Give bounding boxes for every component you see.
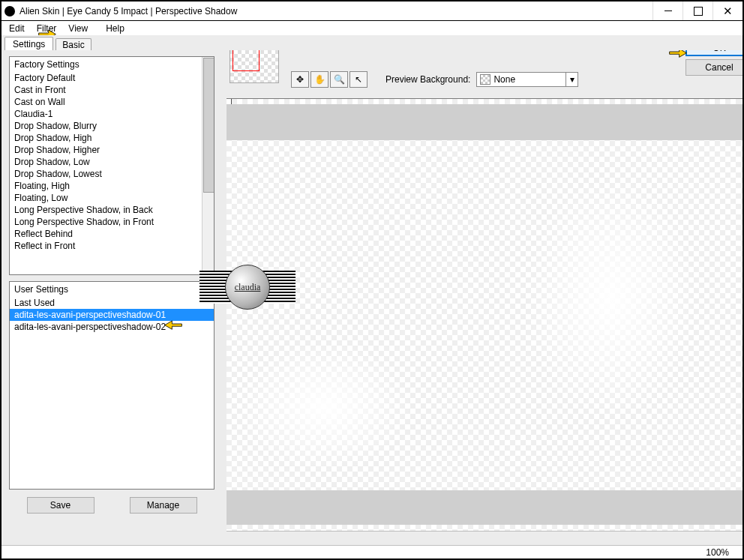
list-item[interactable]: Drop Shadow, Blurry — [10, 120, 214, 132]
preview-bg-value: None — [494, 74, 515, 85]
user-settings-header: User Settings — [10, 282, 214, 297]
right-panel: ✥ ✋ 🔍 ↖ Preview Background: None ▾ OK Ca… — [219, 50, 742, 545]
list-item[interactable]: Floating, High — [10, 180, 214, 192]
user-settings-list[interactable]: User Settings Last Usedadita-les-avani-p… — [9, 281, 214, 490]
scrollbar-thumb[interactable] — [203, 58, 214, 193]
title-bar: Alien Skin | Eye Candy 5 Impact | Perspe… — [2, 1, 742, 21]
navigator-thumbnail[interactable] — [230, 50, 279, 83]
top-row: ✥ ✋ 🔍 ↖ Preview Background: None ▾ OK Ca… — [219, 50, 742, 89]
window: Alien Skin | Eye Candy 5 Impact | Perspe… — [0, 0, 744, 560]
list-item[interactable]: Long Perspective Shadow, in Back — [10, 204, 214, 216]
cancel-button[interactable]: Cancel — [686, 59, 742, 76]
list-item[interactable]: Reflect Behind — [10, 228, 214, 240]
preview-bottom-band — [226, 490, 742, 525]
tab-settings[interactable]: Settings — [4, 37, 53, 50]
factory-settings-list[interactable]: Factory Settings Factory DefaultCast in … — [9, 56, 214, 275]
pointer-tool-icon[interactable]: ↖ — [350, 71, 368, 88]
list-item[interactable]: Drop Shadow, High — [10, 132, 214, 144]
tab-basic[interactable]: Basic — [56, 38, 91, 50]
preview-bg-select[interactable]: None ▾ — [476, 72, 578, 87]
hand-tool-icon[interactable]: ✋ — [310, 71, 328, 88]
body: Factory Settings Factory DefaultCast in … — [2, 50, 742, 545]
list-item[interactable]: Long Perspective Shadow, in Front — [10, 216, 214, 228]
list-item[interactable]: adita-les-avani-perspectiveshadow-02 — [10, 321, 214, 333]
preview-glow — [525, 174, 698, 421]
minimize-button[interactable] — [652, 1, 682, 20]
list-item[interactable]: Cast on Wall — [10, 96, 214, 108]
move-tool-icon[interactable]: ✥ — [291, 71, 309, 88]
preview-bg-swatch — [480, 74, 490, 85]
menu-bar: Edit Filter View Help — [2, 21, 742, 35]
list-item[interactable]: Last Used — [10, 297, 214, 309]
menu-view[interactable]: View — [62, 22, 94, 35]
save-button[interactable]: Save — [27, 497, 94, 514]
scrollbar[interactable] — [202, 57, 214, 274]
preview-glow — [238, 343, 410, 471]
list-item[interactable]: Reflect in Front — [10, 240, 214, 252]
dialog-buttons: OK Cancel — [686, 50, 738, 79]
list-item[interactable]: Drop Shadow, Higher — [10, 144, 214, 156]
zoom-tool-icon[interactable]: 🔍 — [330, 71, 348, 88]
chevron-down-icon: ▾ — [566, 73, 578, 86]
list-item[interactable]: adita-les-avani-perspectiveshadow-01 — [10, 309, 214, 321]
zoom-level: 100% — [706, 547, 729, 558]
maximize-button[interactable] — [682, 1, 712, 20]
tabs-row: Settings Basic — [2, 35, 742, 50]
button-row: Save Manage — [9, 490, 214, 514]
preview-canvas[interactable] — [226, 98, 742, 532]
list-item[interactable]: Drop Shadow, Lowest — [10, 168, 214, 180]
app-icon — [4, 6, 15, 16]
list-item[interactable]: Floating, Low — [10, 192, 214, 204]
toolbar: ✥ ✋ 🔍 ↖ Preview Background: None ▾ — [291, 71, 578, 88]
navigator-viewport[interactable] — [232, 50, 260, 71]
menu-filter[interactable]: Filter — [31, 22, 63, 35]
list-item[interactable]: Drop Shadow, Low — [10, 156, 214, 168]
list-item[interactable]: Claudia-1 — [10, 108, 214, 120]
preview-top-band — [226, 104, 742, 140]
window-title: Alien Skin | Eye Candy 5 Impact | Perspe… — [20, 6, 652, 16]
list-item[interactable]: Cast in Front — [10, 84, 214, 96]
menu-edit[interactable]: Edit — [3, 22, 31, 35]
left-panel: Factory Settings Factory DefaultCast in … — [2, 50, 219, 545]
list-item[interactable]: Factory Default — [10, 72, 214, 84]
status-bar: 100% — [2, 545, 742, 559]
manage-button[interactable]: Manage — [130, 497, 197, 514]
preview-bg-label: Preview Background: — [386, 74, 470, 85]
ok-button[interactable]: OK — [686, 50, 742, 56]
menu-help[interactable]: Help — [100, 22, 130, 35]
close-button[interactable]: ✕ — [712, 1, 742, 20]
factory-settings-header: Factory Settings — [10, 57, 214, 72]
window-controls: ✕ — [652, 1, 742, 20]
